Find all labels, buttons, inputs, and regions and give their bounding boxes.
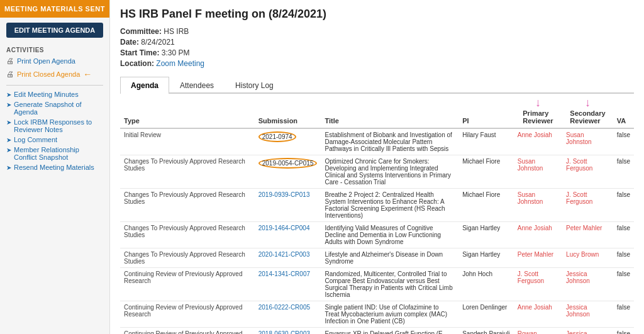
- location-value: Zoom Meeting: [156, 59, 204, 68]
- tab-bar: Agenda Attendees History Log: [120, 77, 634, 94]
- arrow-icon: ➤: [6, 136, 11, 143]
- cell-primary-reviewer[interactable]: Susan Johnston: [514, 155, 562, 189]
- date-value: 8/24/2021: [141, 38, 174, 47]
- cell-submission[interactable]: 2019-0939-CP013: [255, 189, 321, 222]
- primary-reviewer-arrow: ↓: [535, 97, 541, 108]
- divider: [6, 85, 103, 86]
- cell-title: Single patient IND: Use of Clofazimine t…: [321, 301, 458, 328]
- cell-type: Changes To Previously Approved Research …: [120, 248, 255, 268]
- cell-secondary-reviewer[interactable]: Lucy Brown: [562, 248, 613, 268]
- start-label: Start Time:: [120, 48, 159, 57]
- col-submission: Submission: [255, 94, 321, 128]
- start-value: 3:30 PM: [162, 48, 190, 57]
- page-title: HS IRB Panel F meeting on (8/24/2021): [120, 8, 634, 21]
- committee-row: Committee: HS IRB: [120, 27, 634, 36]
- location-row: Location: Zoom Meeting: [120, 59, 634, 68]
- table-row: Continuing Review of Previously Approved…: [120, 328, 634, 335]
- cell-va: false: [613, 155, 634, 189]
- cell-primary-reviewer[interactable]: J. Scott Ferguson: [514, 268, 562, 301]
- table-row: Changes To Previously Approved Research …: [120, 222, 634, 248]
- cell-title: Breathe 2 Project 2: Centralized Health …: [321, 189, 458, 222]
- col-title: Title: [321, 94, 458, 128]
- cell-secondary-reviewer[interactable]: J. Scott Ferguson: [562, 155, 613, 189]
- print-open-agenda-link[interactable]: 🖨 Print Open Agenda: [0, 55, 109, 67]
- cell-secondary-reviewer[interactable]: Jessica Johnson: [562, 328, 613, 335]
- generate-snapshot-link[interactable]: ➤ Generate Snapshot of Agenda: [0, 99, 109, 117]
- agenda-table-wrapper: Type Submission Title PI ↓ PrimaryReview…: [120, 94, 634, 334]
- cell-secondary-reviewer[interactable]: Susan Johnston: [562, 128, 613, 155]
- print-icon-2: 🖨: [6, 70, 14, 79]
- cell-pi: John Hoch: [458, 268, 514, 301]
- print-icon: 🖨: [6, 57, 14, 65]
- col-primary-reviewer: ↓ PrimaryReviewer: [514, 94, 562, 128]
- cell-primary-reviewer[interactable]: Anne Josiah: [514, 222, 562, 248]
- cell-secondary-reviewer[interactable]: Peter Mahler: [562, 222, 613, 248]
- cell-va: false: [613, 328, 634, 335]
- cell-pi: Loren Denlinger: [458, 301, 514, 328]
- col-pi: PI: [458, 94, 514, 128]
- cell-submission[interactable]: 2014-1341-CR007: [255, 268, 321, 301]
- cell-type: Changes To Previously Approved Research …: [120, 155, 255, 189]
- sent-banner: MEETING MATERIALS SENT: [0, 0, 109, 18]
- cell-va: false: [613, 128, 634, 155]
- agenda-table: Type Submission Title PI ↓ PrimaryReview…: [120, 94, 634, 334]
- cell-pi: Michael Fiore: [458, 189, 514, 222]
- cell-primary-reviewer[interactable]: Susan Johnston: [514, 189, 562, 222]
- cell-title: Identifying Valid Measures of Cognitive …: [321, 222, 458, 248]
- cell-submission[interactable]: 2021-0974: [255, 128, 321, 155]
- cell-title: Randomized, Multicenter, Controlled Tria…: [321, 268, 458, 301]
- tab-agenda[interactable]: Agenda: [120, 77, 169, 94]
- cell-secondary-reviewer[interactable]: Jessica Johnson: [562, 301, 613, 328]
- cell-type: Changes To Previously Approved Research …: [120, 222, 255, 248]
- cell-pi: Sandesh Parajuli: [458, 328, 514, 335]
- cell-primary-reviewer[interactable]: Anne Josiah: [514, 301, 562, 328]
- cell-submission[interactable]: 2020-1421-CP003: [255, 248, 321, 268]
- secondary-reviewer-arrow: ↓: [585, 97, 591, 108]
- lock-irbm-link[interactable]: ➤ Lock IRBM Responses to Reviewer Notes: [0, 117, 109, 135]
- arrow-icon: ➤: [6, 164, 11, 171]
- sidebar: MEETING MATERIALS SENT EDIT MEETING AGEN…: [0, 0, 110, 334]
- cell-title: Establishment of Biobank and Investigati…: [321, 128, 458, 155]
- cell-submission[interactable]: 2016-0222-CR005: [255, 301, 321, 328]
- arrow-icon: ➤: [6, 101, 11, 108]
- cell-submission[interactable]: 2018-0630-CR003: [255, 328, 321, 335]
- cell-primary-reviewer[interactable]: Rowan Karaman: [514, 328, 562, 335]
- cell-submission[interactable]: 2019-1464-CP004: [255, 222, 321, 248]
- cell-va: false: [613, 248, 634, 268]
- date-label: Date:: [120, 38, 139, 47]
- cell-pi: Sigan Hartley: [458, 248, 514, 268]
- member-relationship-link[interactable]: ➤ Member Relationship Conflict Snapshot: [0, 145, 109, 162]
- cell-va: false: [613, 189, 634, 222]
- cell-type: Initial Review: [120, 128, 255, 155]
- main-content: HS IRB Panel F meeting on (8/24/2021) Co…: [110, 0, 644, 334]
- edit-meeting-agenda-button[interactable]: EDIT MEETING AGENDA: [6, 23, 103, 38]
- col-type: Type: [120, 94, 255, 128]
- cell-pi: Hilary Faust: [458, 128, 514, 155]
- cell-primary-reviewer[interactable]: Anne Josiah: [514, 128, 562, 155]
- cell-submission[interactable]: 2019-0054-CP015: [255, 155, 321, 189]
- tab-history-log[interactable]: History Log: [225, 77, 284, 94]
- cell-secondary-reviewer[interactable]: Jessica Johnson: [562, 268, 613, 301]
- start-time-row: Start Time: 3:30 PM: [120, 48, 634, 57]
- committee-value: HS IRB: [164, 27, 189, 36]
- arrow-icon: ➤: [6, 147, 11, 153]
- cell-va: false: [613, 268, 634, 301]
- tab-attendees[interactable]: Attendees: [169, 77, 225, 94]
- cell-type: Continuing Review of Previously Approved…: [120, 301, 255, 328]
- date-row: Date: 8/24/2021: [120, 38, 634, 47]
- cell-pi: Sigan Hartley: [458, 222, 514, 248]
- arrow-icon: ➤: [6, 91, 11, 98]
- arrow-icon: ➤: [6, 119, 11, 126]
- log-comment-link[interactable]: ➤ Log Comment: [0, 135, 109, 145]
- table-row: Continuing Review of Previously Approved…: [120, 301, 634, 328]
- resend-materials-link[interactable]: ➤ Resend Meeting Materials: [0, 162, 109, 172]
- table-row: Changes To Previously Approved Research …: [120, 248, 634, 268]
- print-closed-agenda-link[interactable]: 🖨 Print Closed Agenda ←: [0, 67, 109, 81]
- cell-va: false: [613, 301, 634, 328]
- cell-secondary-reviewer[interactable]: J. Scott Ferguson: [562, 189, 613, 222]
- activities-section-title: ACTIVITIES: [0, 43, 109, 55]
- table-row: Changes To Previously Approved Research …: [120, 189, 634, 222]
- cell-primary-reviewer[interactable]: Peter Mahler: [514, 248, 562, 268]
- edit-meeting-minutes-link[interactable]: ➤ Edit Meeting Minutes: [0, 89, 109, 99]
- cell-type: Continuing Review of Previously Approved…: [120, 328, 255, 335]
